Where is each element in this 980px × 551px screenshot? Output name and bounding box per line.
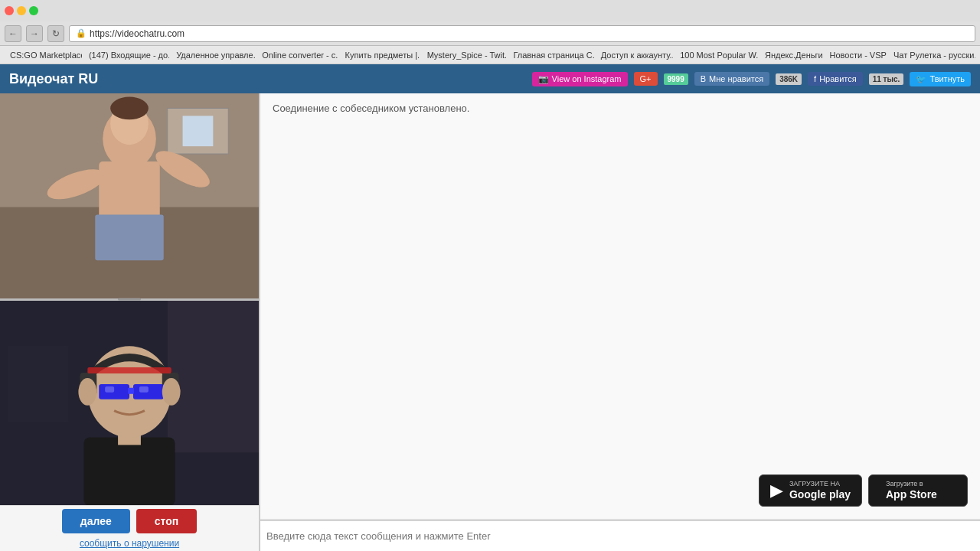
twitter-icon: 🐦 [916,74,926,84]
address-bar[interactable]: 🔒 https://videochatru.com [69,25,975,42]
back-button[interactable]: ← [5,25,21,42]
browser-titlebar [0,0,980,21]
app-store-text: Загрузите в App Store [886,480,937,501]
self-webcam [0,301,259,506]
browser-max[interactable] [29,6,38,15]
lock-icon: 🔒 [76,28,87,38]
svg-rect-3 [183,116,214,146]
bookmark-account[interactable]: Доступ к аккаунту... [596,50,673,60]
chat-area: Соединение с собеседником установлено. ▶… [260,93,980,519]
app-store-button[interactable]: Загрузите в App Store [868,474,968,507]
fb-count: 11 тыс. [869,73,904,85]
stranger-webcam [0,93,259,298]
app-header: Видеочат RU 📷 View on Instagram G+ 9999 … [0,64,980,93]
gplus-icon: G+ [640,74,652,83]
bookmark-csgo[interactable]: CS:GO Marketplace [5,50,82,60]
next-button[interactable]: далее [62,509,130,533]
browser-nav: ← → ↻ 🔒 https://videochatru.com [0,21,980,46]
bookmark-vk[interactable]: Главная страница С... [508,50,593,60]
svg-point-25 [78,377,96,405]
bookmark-inbox[interactable]: (147) Входящие - до... [83,50,169,60]
gplus-button[interactable]: G+ [634,72,658,86]
bookmark-popular[interactable]: 100 Most Popular W... [675,50,758,60]
svg-rect-13 [8,346,69,422]
google-play-icon: ▶ [770,481,783,500]
video-controls: далее стоп сообщить о нарушении [0,505,259,551]
fb-like-button[interactable]: f Нравится [808,72,863,86]
bookmark-twitch[interactable]: Mystery_Spice - Twit... [422,50,507,60]
svg-point-10 [110,97,149,120]
svg-rect-12 [168,301,259,452]
fb-icon: f [814,74,816,83]
twitter-button[interactable]: 🐦 Твитнуть [910,72,971,86]
bookmark-yandex[interactable]: Яндекс.Деньги [760,50,822,60]
google-play-text: ЗАГРУЗИТЕ НА Google play [789,480,851,501]
svg-rect-14 [83,437,175,505]
google-play-button[interactable]: ▶ ЗАГРУЗИТЕ НА Google play [759,474,862,507]
browser-close[interactable] [5,6,14,15]
app-title: Видеочат RU [9,71,98,87]
refresh-button[interactable]: ↻ [47,25,64,42]
svg-rect-22 [105,386,114,392]
instagram-button[interactable]: 📷 View on Instagram [532,72,628,86]
connection-status: Соединение с собеседником установлено. [273,103,968,114]
bookmark-items[interactable]: Купить предметы |... [340,50,420,60]
chat-input-container [260,520,980,551]
self-video-content [0,301,259,506]
left-panel: далее стоп сообщить о нарушении [0,93,260,551]
stranger-video [0,93,259,298]
right-panel: Соединение с собеседником установлено. ▶… [260,93,980,551]
bookmark-converter[interactable]: Online converter - c... [256,50,338,60]
svg-point-26 [162,377,181,405]
gplus-count: 9999 [664,73,688,85]
main-container: далее стоп сообщить о нарушении Соединен… [0,93,980,551]
bookmark-roulette[interactable]: Чат Рулетка - русски... [888,50,975,60]
bookmarks-bar: CS:GO Marketplace (147) Входящие - до...… [0,46,980,64]
svg-rect-20 [133,383,164,399]
app-store-buttons: ▶ ЗАГРУЗИТЕ НА Google play Загрузите в A… [759,474,968,507]
stranger-video-content [0,93,259,298]
bookmark-news[interactable]: Новости - VSP [825,50,887,60]
svg-rect-24 [87,367,171,373]
browser-min[interactable] [17,6,26,15]
bookmark-remote[interactable]: Удаленное управле... [171,50,255,60]
svg-rect-21 [128,387,134,393]
chat-input[interactable] [266,530,974,542]
control-buttons-row: далее стоп [62,509,197,533]
url-text: https://videochatru.com [90,28,185,39]
report-link[interactable]: сообщить о нарушении [80,537,179,549]
instagram-icon: 📷 [538,74,549,84]
vk-icon: В [701,74,706,83]
stop-button[interactable]: стоп [136,509,197,533]
self-video [0,301,259,506]
svg-rect-23 [139,386,149,392]
vk-count: 386K [776,73,802,85]
header-actions: 📷 View on Instagram G+ 9999 В Мне нравит… [532,72,971,86]
forward-button[interactable]: → [26,25,43,42]
svg-rect-19 [99,383,129,399]
vk-like-button[interactable]: В Мне нравится [694,72,769,86]
svg-rect-7 [95,215,163,261]
